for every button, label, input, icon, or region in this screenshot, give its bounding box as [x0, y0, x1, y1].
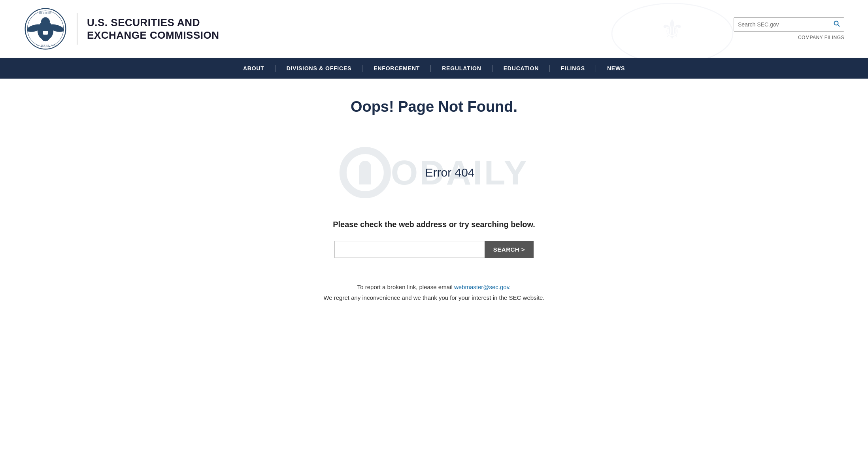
footer-email-link[interactable]: webmaster@sec.gov — [454, 284, 509, 290]
org-name: U.S. SECURITIES AND EXCHANGE COMMISSION — [87, 16, 219, 42]
svg-text:MCMXXXIV: MCMXXXIV — [39, 12, 52, 14]
nav-item-news[interactable]: NEWS — [596, 58, 636, 79]
footer-suffix: . — [509, 284, 511, 290]
svg-point-0 — [612, 4, 733, 58]
main-search-form: SEARCH > — [272, 241, 596, 258]
footer-text2: We regret any inconvenience and we thank… — [323, 294, 544, 301]
search-icon — [834, 21, 840, 27]
svg-text:U.S. SECURITIES: U.S. SECURITIES — [34, 45, 57, 47]
footer-prefix: To report a broken link, please email — [357, 284, 454, 290]
svg-point-5 — [41, 17, 50, 26]
site-header: ⚜ U.S. SECURITIES MCMXXXIV U.S. SECURITI… — [0, 0, 868, 58]
header-search-bar[interactable] — [734, 17, 844, 32]
check-address-text: Please check the web address or try sear… — [272, 220, 596, 229]
error-404-label: Error 404 — [425, 166, 474, 179]
main-search-input[interactable] — [334, 241, 485, 258]
main-search-button[interactable]: SEARCH > — [485, 241, 534, 258]
odaily-circle-icon — [340, 147, 391, 198]
sec-seal: U.S. SECURITIES MCMXXXIV — [24, 7, 67, 51]
svg-line-14 — [838, 25, 840, 26]
nav-item-filings[interactable]: FILINGS — [550, 58, 596, 79]
main-nav: ABOUT DIVISIONS & OFFICES ENFORCEMENT RE… — [0, 58, 868, 79]
nav-item-enforcement[interactable]: ENFORCEMENT — [362, 58, 431, 79]
header-left: U.S. SECURITIES MCMXXXIV U.S. SECURITIES… — [24, 7, 219, 51]
header-search-input[interactable] — [734, 19, 830, 30]
title-divider — [272, 125, 596, 125]
nav-item-education[interactable]: EDUCATION — [492, 58, 550, 79]
eagle-watermark: ⚜ — [603, 0, 742, 58]
header-search-button[interactable] — [830, 18, 844, 31]
footer-text: To report a broken link, please email we… — [272, 282, 596, 303]
error-area: ODAILY Error 404 — [272, 141, 596, 204]
nav-item-about[interactable]: ABOUT — [232, 58, 275, 79]
nav-item-regulation[interactable]: REGULATION — [431, 58, 492, 79]
header-right: COMPANY FILINGS — [734, 17, 844, 40]
header-divider — [77, 13, 77, 45]
svg-point-8 — [42, 37, 49, 41]
svg-text:⚜: ⚜ — [660, 15, 685, 45]
company-filings-link[interactable]: COMPANY FILINGS — [798, 35, 844, 40]
page-title: Oops! Page Not Found. — [272, 98, 596, 115]
main-content: Oops! Page Not Found. ODAILY Error 404 P… — [264, 79, 604, 335]
svg-rect-10 — [43, 29, 48, 31]
nav-item-divisions[interactable]: DIVISIONS & OFFICES — [275, 58, 363, 79]
